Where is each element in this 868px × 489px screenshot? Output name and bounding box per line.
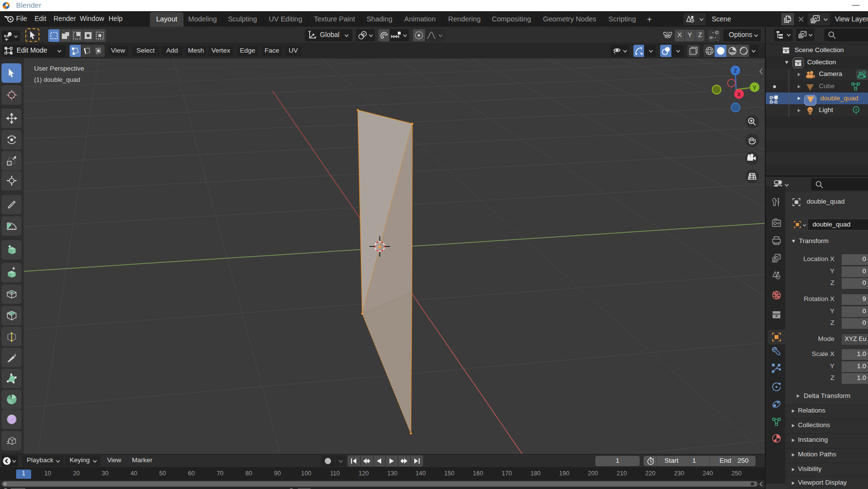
svg-text:Z: Z — [734, 68, 737, 74]
svg-text:X: X — [737, 92, 741, 97]
svg-text:Y: Y — [753, 85, 757, 91]
